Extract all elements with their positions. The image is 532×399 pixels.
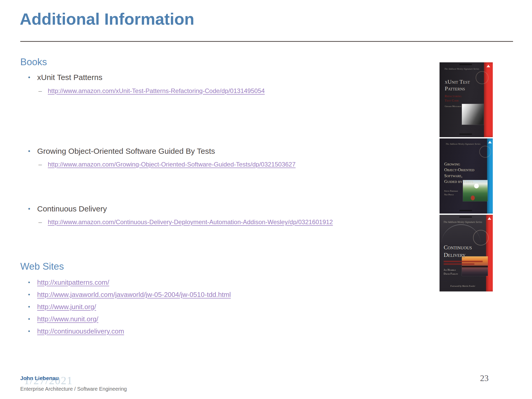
cover-microtext-bar (459, 134, 472, 135)
dash-icon: – (38, 161, 48, 168)
cover-title: xUnit Test Patterns (445, 78, 470, 92)
book-title: xUnit Test Patterns (37, 73, 102, 82)
book-link-row: –http://www.amazon.com/Continuous-Delive… (38, 218, 333, 226)
cover-microtext-bar (459, 216, 472, 218)
website-list-item: •http://www.javaworld.com/javaworld/jw-0… (28, 291, 231, 299)
website-link[interactable]: http://www.javaworld.com/javaworld/jw-05… (37, 291, 231, 298)
website-link[interactable]: http://www.junit.org/ (37, 303, 96, 311)
cover-microtext-bar (459, 64, 472, 65)
series-stamp-icon (473, 230, 489, 245)
cover-authors: Jez Humble David Farley (444, 268, 458, 276)
book-amazon-link[interactable]: http://www.amazon.com/Growing-Object-Ori… (48, 161, 296, 168)
websites-section-heading: Web Sites (20, 261, 64, 272)
cover-subtitle: Refactoring Test Code (445, 94, 462, 103)
addison-wesley-logo-icon (487, 65, 490, 67)
series-script: The Addison-Wesley Signature Series (442, 221, 483, 223)
bullet-icon: • (28, 279, 37, 286)
books-section-heading: Books (20, 57, 47, 68)
cover-stripe (486, 215, 493, 291)
book-cover-xunit-test-patterns: The Addison-Wesley Signature Series xUni… (440, 62, 493, 137)
website-link[interactable]: http://xunitpatterns.com/ (37, 278, 109, 286)
addison-wesley-logo-icon (488, 217, 491, 220)
cover-author: Gerard Meszaros (445, 105, 461, 108)
addison-wesley-logo-icon (488, 141, 492, 143)
book-list-item: •Growing Object-Oriented Software Guided… (28, 147, 215, 156)
cover-photo-sunset (462, 256, 488, 276)
website-list-item: •http://xunitpatterns.com/ (28, 278, 109, 287)
title-divider (20, 41, 513, 42)
book-title: Growing Object-Oriented Software Guided … (37, 147, 215, 155)
series-script: The Addison-Wesley Signature Series (442, 68, 481, 70)
bullet-icon: • (28, 303, 37, 310)
cover-title: Continuous Delivery (444, 244, 472, 259)
cover-authors: Steve Freeman Nat Pryce (444, 189, 458, 196)
bullet-icon: • (28, 148, 37, 155)
book-title: Continuous Delivery (37, 204, 107, 213)
book-amazon-link[interactable]: http://www.amazon.com/xUnit-Test-Pattern… (48, 87, 265, 94)
bullet-icon: • (28, 316, 37, 322)
dash-icon: – (38, 87, 48, 95)
page-number: 23 (480, 374, 489, 383)
website-list-item: •http://www.junit.org/ (28, 303, 96, 311)
page-title: Additional Information (20, 10, 194, 28)
footer-author: John Liebenau (20, 375, 59, 381)
cover-subtitle-bar (444, 263, 474, 265)
bullet-icon: • (28, 291, 37, 298)
cover-microtext-bar (459, 210, 472, 211)
book-cover-continuous-delivery: The Addison-Wesley Signature Series Cont… (440, 215, 493, 291)
series-stamp-icon (479, 146, 491, 158)
cover-title: Growing Object-Oriented Software, Guided… (444, 161, 474, 184)
footer-department: Enterprise Architecture / Software Engin… (20, 386, 127, 392)
website-link[interactable]: http://www.nunit.org/ (37, 315, 98, 323)
book-list-item: •xUnit Test Patterns (28, 73, 102, 82)
bullet-icon: • (28, 74, 37, 81)
cover-photo-bridge (462, 104, 484, 125)
bullet-icon: • (28, 328, 37, 335)
book-link-row: –http://www.amazon.com/xUnit-Test-Patter… (38, 87, 265, 95)
dash-icon: – (38, 218, 48, 226)
cover-foreword: Foreword by Martin Fowler (440, 285, 486, 287)
book-link-row: –http://www.amazon.com/Growing-Object-Or… (38, 161, 296, 168)
bullet-icon: • (28, 205, 37, 212)
book-list-item: •Continuous Delivery (28, 204, 107, 213)
series-script: The Addison-Wesley Signature Series (442, 143, 484, 145)
website-list-item: •http://www.nunit.org/ (28, 315, 98, 323)
website-link[interactable]: http://continuousdelivery.com (37, 327, 124, 335)
series-stamp-icon (476, 71, 489, 84)
cover-subtitle-bar (444, 261, 483, 262)
website-list-item: •http://continuousdelivery.com (28, 327, 124, 335)
slide: Additional Information Books •xUnit Test… (0, 0, 532, 399)
book-cover-growing-oo-software: The Addison-Wesley Signature Series Grow… (440, 138, 493, 214)
book-amazon-link[interactable]: http://www.amazon.com/Continuous-Deliver… (48, 218, 333, 225)
